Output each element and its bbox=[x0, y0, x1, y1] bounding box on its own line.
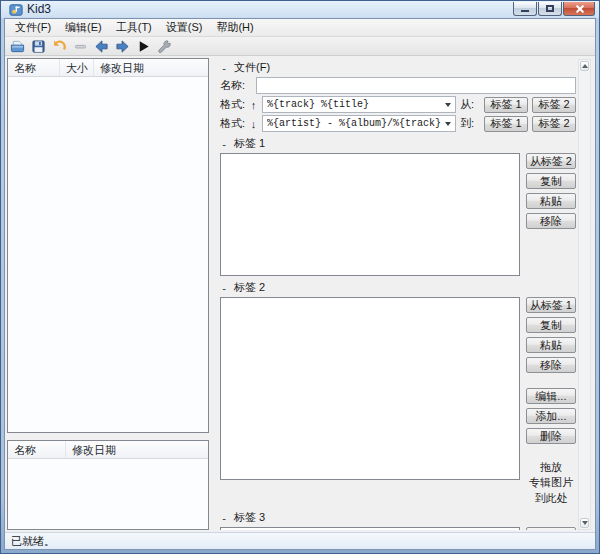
file-list-column-size[interactable]: 大小 bbox=[60, 59, 94, 76]
right-panel-scrollbar[interactable] bbox=[578, 59, 591, 530]
menu-item-help[interactable]: 帮助(H) bbox=[209, 19, 260, 36]
tag2-section-title: 标签 2 bbox=[234, 280, 265, 295]
tag1-copy-button[interactable]: 复制 bbox=[526, 173, 576, 189]
save-button[interactable] bbox=[29, 38, 47, 55]
main-area: 名称 大小 修改日期 名称 修改日期 bbox=[5, 56, 595, 532]
collapse-icon[interactable]: - bbox=[220, 62, 228, 74]
window-title: Kid3 bbox=[27, 2, 51, 17]
tag3-frame-table[interactable] bbox=[220, 527, 520, 530]
arrow-up-icon bbox=[582, 64, 588, 68]
minimize-button[interactable] bbox=[513, 2, 537, 16]
tag2-copy-button[interactable]: 复制 bbox=[526, 317, 576, 333]
tag1-buttons: 从标签 2 复制 粘贴 移除 bbox=[526, 153, 576, 229]
titlebar[interactable]: Kid3 bbox=[4, 1, 596, 18]
filename-from-tag1-button[interactable]: 标签 1 bbox=[484, 97, 528, 113]
button-spacer bbox=[526, 377, 576, 384]
previous-file-button[interactable] bbox=[92, 38, 110, 55]
tag2-add-button[interactable]: 添加... bbox=[526, 408, 576, 424]
tag2-paste-button[interactable]: 粘贴 bbox=[526, 337, 576, 353]
left-column: 名称 大小 修改日期 名称 修改日期 bbox=[7, 58, 209, 530]
from-label: 从: bbox=[460, 97, 480, 112]
arrow-down-icon: ↓ bbox=[249, 118, 258, 130]
tag2-remove-button[interactable]: 移除 bbox=[526, 357, 576, 373]
menubar: 文件(F) 编辑(E) 工具(T) 设置(S) 帮助(H) bbox=[5, 19, 595, 37]
file-list-body[interactable] bbox=[8, 77, 208, 432]
collapse-icon[interactable]: - bbox=[220, 282, 228, 294]
collapse-icon[interactable]: - bbox=[220, 512, 228, 524]
left-horizontal-splitter[interactable] bbox=[7, 433, 209, 440]
filename-to-tag2-button[interactable]: 标签 2 bbox=[532, 116, 576, 132]
directory-list-column-name[interactable]: 名称 bbox=[8, 441, 66, 458]
file-list-column-date[interactable]: 修改日期 bbox=[94, 59, 208, 76]
filename-label: 名称: bbox=[220, 78, 252, 93]
tag-editor-panel: - 文件(F) 名称: 格式: ↑ %{track} %{title} 从: 标… bbox=[216, 58, 593, 530]
close-button[interactable] bbox=[563, 2, 595, 16]
scroll-up-button[interactable] bbox=[580, 61, 589, 71]
next-file-icon bbox=[115, 39, 130, 54]
menu-item-file[interactable]: 文件(F) bbox=[8, 19, 58, 36]
chevron-down-icon bbox=[445, 103, 451, 107]
to-label: 到: bbox=[460, 116, 480, 131]
tag3-from-button[interactable]: 从 bbox=[526, 527, 576, 530]
album-art-drop-zone[interactable]: 拖放 专辑图片 到此处 bbox=[526, 460, 576, 506]
tag1-frame-table[interactable] bbox=[220, 153, 520, 276]
revert-button[interactable] bbox=[50, 38, 68, 55]
section-header-tag2[interactable]: - 标签 2 bbox=[220, 280, 576, 295]
tag1-paste-button[interactable]: 粘贴 bbox=[526, 193, 576, 209]
previous-file-icon bbox=[94, 39, 109, 54]
menu-item-settings[interactable]: 设置(S) bbox=[159, 19, 210, 36]
file-section-title: 文件(F) bbox=[234, 60, 270, 75]
tag2-from-tag1-button[interactable]: 从标签 1 bbox=[526, 297, 576, 313]
collapse-icon[interactable]: - bbox=[220, 138, 228, 150]
configure-button[interactable] bbox=[155, 38, 173, 55]
directory-list-column-date[interactable]: 修改日期 bbox=[66, 441, 208, 458]
section-header-tag1[interactable]: - 标签 1 bbox=[220, 136, 576, 151]
section-header-tag3[interactable]: - 标签 3 bbox=[220, 510, 576, 525]
next-file-button[interactable] bbox=[113, 38, 131, 55]
tag3-body: 从 到 bbox=[220, 527, 576, 530]
format-from-row: 格式: ↑ %{track} %{title} 从: 标签 1 标签 2 bbox=[220, 96, 576, 113]
menu-item-tools[interactable]: 工具(T) bbox=[109, 19, 159, 36]
tag2-frame-table[interactable] bbox=[220, 297, 520, 480]
tag2-buttons: 从标签 1 复制 粘贴 移除 编辑... 添加... 删除 拖放 专辑图片 到此… bbox=[526, 297, 576, 506]
tag2-delete-button[interactable]: 删除 bbox=[526, 428, 576, 444]
maximize-icon bbox=[546, 5, 554, 12]
file-list-panel: 名称 大小 修改日期 bbox=[7, 58, 209, 433]
directory-list-panel: 名称 修改日期 bbox=[7, 440, 209, 530]
format-from-value: %{track} %{title} bbox=[267, 99, 441, 110]
client-area: 文件(F) 编辑(E) 工具(T) 设置(S) 帮助(H) bbox=[4, 18, 596, 550]
play-icon bbox=[136, 39, 151, 54]
menu-item-edit[interactable]: 编辑(E) bbox=[58, 19, 109, 36]
directory-list-body[interactable] bbox=[8, 459, 208, 529]
maximize-button[interactable] bbox=[538, 2, 562, 16]
toolbar bbox=[5, 37, 595, 56]
app-window: Kid3 文件(F) 编辑(E) 工具(T) 设置(S) 帮助(H) bbox=[0, 0, 600, 554]
chevron-down-icon bbox=[445, 122, 451, 126]
arrow-up-icon: ↑ bbox=[249, 99, 258, 111]
tag1-from-tag2-button[interactable]: 从标签 2 bbox=[526, 153, 576, 169]
app-icon bbox=[9, 3, 23, 17]
tag1-remove-button[interactable]: 移除 bbox=[526, 213, 576, 229]
minimize-icon bbox=[521, 10, 529, 12]
format-from-label: 格式: bbox=[220, 97, 245, 112]
playlist-icon bbox=[73, 39, 88, 54]
tag3-buttons: 从 到 bbox=[526, 527, 576, 530]
scroll-down-button[interactable] bbox=[580, 518, 589, 528]
statusbar: 已就绪。 bbox=[5, 532, 595, 549]
section-header-file[interactable]: - 文件(F) bbox=[220, 60, 576, 75]
tag2-body: 从标签 1 复制 粘贴 移除 编辑... 添加... 删除 拖放 专辑图片 到此… bbox=[220, 297, 576, 506]
open-button[interactable] bbox=[8, 38, 26, 55]
playlist-button[interactable] bbox=[71, 38, 89, 55]
save-icon bbox=[31, 39, 46, 54]
filename-from-tag2-button[interactable]: 标签 2 bbox=[532, 97, 576, 113]
tag1-section-title: 标签 1 bbox=[234, 136, 265, 151]
file-list-column-name[interactable]: 名称 bbox=[8, 59, 60, 76]
format-from-combo[interactable]: %{track} %{title} bbox=[262, 96, 456, 113]
filename-to-tag1-button[interactable]: 标签 1 bbox=[484, 116, 528, 132]
main-splitter[interactable] bbox=[209, 58, 216, 530]
tag2-edit-button[interactable]: 编辑... bbox=[526, 388, 576, 404]
wrench-icon bbox=[157, 39, 172, 54]
play-button[interactable] bbox=[134, 38, 152, 55]
format-to-combo[interactable]: %{artist} - %{album}/%{track} %{title} bbox=[262, 115, 456, 132]
filename-input[interactable] bbox=[256, 77, 576, 94]
